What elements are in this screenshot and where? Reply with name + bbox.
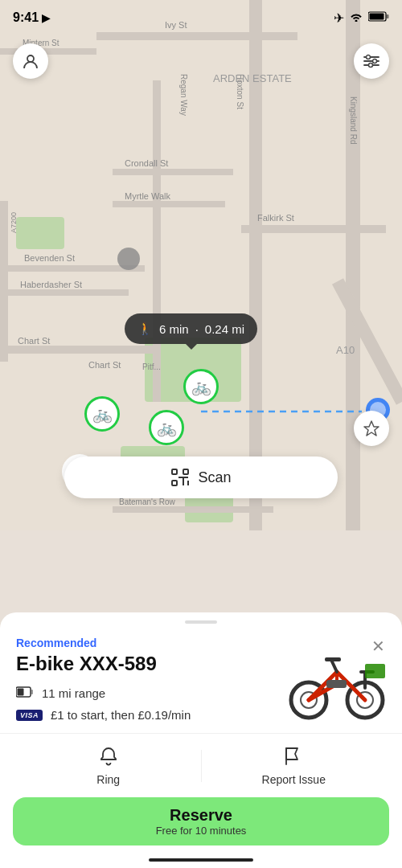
bike-marker-3[interactable]: 🚲 bbox=[149, 410, 184, 445]
svg-rect-16 bbox=[113, 201, 225, 207]
reserve-main-label: Reserve bbox=[170, 806, 232, 825]
scan-label: Scan bbox=[198, 469, 231, 486]
battery-icon bbox=[368, 10, 389, 25]
svg-text:Falkirk St: Falkirk St bbox=[257, 213, 294, 223]
svg-text:Chart St: Chart St bbox=[88, 360, 121, 370]
pricing-text: £1 to start, then £0.19/min bbox=[51, 708, 191, 722]
bike-marker-1[interactable]: 🚲 bbox=[84, 396, 120, 432]
status-icons: ✈ bbox=[334, 10, 389, 26]
action-row: Ring Report Issue bbox=[0, 734, 402, 797]
walk-distance: 0.24 mi bbox=[205, 322, 244, 336]
svg-rect-18 bbox=[0, 201, 8, 362]
svg-text:Chart St: Chart St bbox=[18, 336, 50, 346]
report-action[interactable]: Report Issue bbox=[202, 745, 387, 786]
walk-tooltip: 🚶 6 min · 0.24 mi bbox=[125, 313, 257, 344]
svg-rect-50 bbox=[172, 469, 177, 474]
svg-text:A10: A10 bbox=[336, 344, 355, 356]
svg-rect-15 bbox=[113, 169, 233, 175]
airplane-icon: ✈ bbox=[334, 10, 344, 26]
wifi-icon bbox=[349, 10, 363, 25]
battery-range-icon bbox=[16, 686, 34, 700]
svg-rect-2 bbox=[16, 217, 64, 249]
svg-rect-72 bbox=[18, 689, 24, 696]
reserve-button[interactable]: Reserve Free for 10 minutes bbox=[13, 797, 389, 845]
svg-text:Bateman's Row: Bateman's Row bbox=[119, 497, 175, 506]
svg-rect-14 bbox=[0, 289, 129, 296]
ring-action[interactable]: Ring bbox=[16, 745, 201, 786]
ring-label: Ring bbox=[96, 773, 120, 786]
location-arrow-icon: ▶ bbox=[42, 12, 50, 24]
status-bar: 9:41 ▶ ✈ bbox=[0, 0, 402, 35]
svg-rect-73 bbox=[31, 690, 34, 694]
profile-button[interactable] bbox=[13, 43, 48, 79]
scan-button[interactable]: Scan bbox=[64, 457, 338, 498]
svg-point-49 bbox=[369, 63, 373, 68]
svg-rect-69 bbox=[365, 664, 385, 678]
walk-time: 6 min bbox=[159, 322, 189, 336]
report-icon bbox=[282, 745, 305, 770]
report-label: Report Issue bbox=[262, 773, 326, 786]
svg-point-48 bbox=[373, 59, 377, 63]
walk-icon: 🚶 bbox=[137, 321, 153, 336]
svg-text:Myrtle Walk: Myrtle Walk bbox=[125, 191, 171, 201]
range-text: 11 mi range bbox=[42, 686, 105, 700]
svg-point-43 bbox=[27, 55, 34, 62]
svg-text:ARDEN ESTATE: ARDEN ESTATE bbox=[213, 72, 292, 84]
svg-text:Haberdasher St: Haberdasher St bbox=[20, 280, 82, 289]
svg-text:Kingsland Rd: Kingsland Rd bbox=[349, 96, 358, 144]
svg-point-37 bbox=[117, 248, 140, 270]
filter-button[interactable] bbox=[354, 43, 389, 79]
status-time: 9:41 ▶ bbox=[13, 10, 50, 25]
svg-rect-10 bbox=[241, 225, 386, 233]
location-button[interactable] bbox=[354, 411, 389, 446]
svg-text:A7200: A7200 bbox=[10, 212, 18, 233]
svg-rect-42 bbox=[387, 14, 389, 18]
svg-rect-17 bbox=[113, 506, 273, 513]
svg-rect-52 bbox=[172, 481, 177, 485]
bottom-sheet: ✕ Recommended E-bike XXX-589 bbox=[0, 612, 402, 868]
bike-marker-2[interactable]: 🚲 bbox=[183, 369, 219, 404]
tooltip-separator: · bbox=[195, 322, 199, 336]
map[interactable]: Ivy St Mintern St Regan Way Hoxton St Ki… bbox=[0, 0, 402, 530]
svg-text:Pitf...: Pitf... bbox=[142, 362, 161, 371]
reserve-sub-label: Free for 10 minutes bbox=[156, 825, 247, 837]
svg-text:Regan Way: Regan Way bbox=[179, 74, 188, 116]
svg-rect-9 bbox=[0, 346, 161, 354]
home-indicator bbox=[149, 858, 253, 862]
svg-text:Bevenden St: Bevenden St bbox=[24, 253, 75, 263]
svg-text:Crondall St: Crondall St bbox=[125, 158, 168, 168]
svg-point-47 bbox=[367, 55, 371, 59]
visa-badge: VISA bbox=[16, 710, 43, 721]
bike-image bbox=[285, 648, 389, 720]
svg-rect-70 bbox=[326, 680, 347, 688]
ring-icon bbox=[97, 745, 120, 770]
svg-rect-66 bbox=[325, 657, 341, 661]
svg-rect-6 bbox=[346, 0, 360, 530]
svg-rect-41 bbox=[370, 14, 384, 20]
svg-line-65 bbox=[331, 660, 337, 672]
time-display: 9:41 bbox=[13, 10, 39, 25]
svg-rect-51 bbox=[183, 469, 188, 474]
